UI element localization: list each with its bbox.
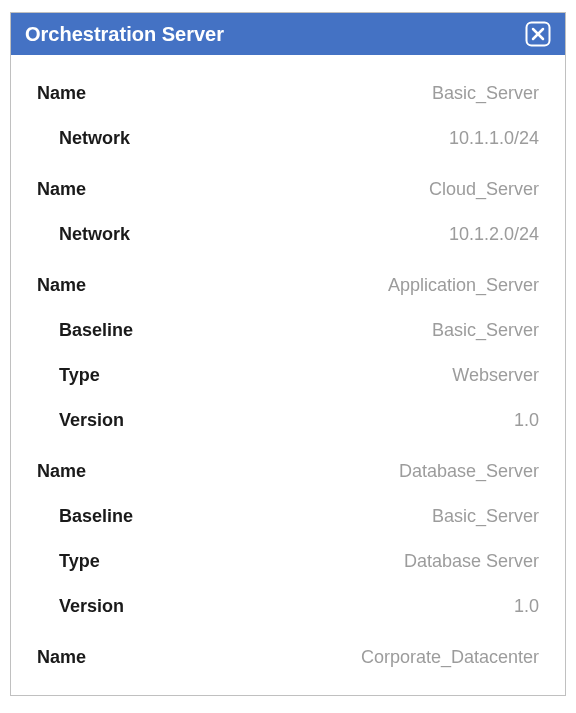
titlebar-title: Orchestration Server [25,23,224,46]
entry-prop-row: Version 1.0 [37,398,539,443]
orchestration-server-panel: Orchestration Server Name Basic_Server N… [10,12,566,696]
entry-prop-row: Type Database Server [37,539,539,584]
entry-name-row: Name Cloud_Server [37,161,539,212]
entry-prop-row: Type Webserver [37,353,539,398]
close-icon[interactable] [525,21,551,47]
type-label: Type [37,551,100,572]
name-label: Name [37,179,86,200]
entry-prop-row: Network 10.1.1.0/24 [37,116,539,161]
entry-prop-row: Network 10.1.2.0/24 [37,212,539,257]
entry-prop-row: Baseline Basic_Server [37,308,539,353]
network-label: Network [37,224,130,245]
type-label: Type [37,365,100,386]
baseline-label: Baseline [37,506,133,527]
network-label: Network [37,128,130,149]
content-area: Name Basic_Server Network 10.1.1.0/24 Na… [11,55,565,695]
entry-prop-row: Version 1.0 [37,584,539,629]
type-value: Webserver [452,365,539,386]
name-value: Basic_Server [432,83,539,104]
name-value: Database_Server [399,461,539,482]
name-label: Name [37,647,86,668]
type-value: Database Server [404,551,539,572]
name-label: Name [37,83,86,104]
baseline-value: Basic_Server [432,506,539,527]
version-value: 1.0 [514,596,539,617]
baseline-label: Baseline [37,320,133,341]
entry-name-row: Name Basic_Server [37,65,539,116]
version-label: Version [37,410,124,431]
version-label: Version [37,596,124,617]
network-value: 10.1.1.0/24 [449,128,539,149]
name-value: Corporate_Datacenter [361,647,539,668]
entry-name-row: Name Database_Server [37,443,539,494]
network-value: 10.1.2.0/24 [449,224,539,245]
name-label: Name [37,461,86,482]
baseline-value: Basic_Server [432,320,539,341]
name-value: Cloud_Server [429,179,539,200]
titlebar: Orchestration Server [11,13,565,55]
entry-name-row: Name Application_Server [37,257,539,308]
name-value: Application_Server [388,275,539,296]
entry-name-row: Name Corporate_Datacenter [37,629,539,680]
entry-prop-row: Baseline Basic_Server [37,494,539,539]
version-value: 1.0 [514,410,539,431]
name-label: Name [37,275,86,296]
